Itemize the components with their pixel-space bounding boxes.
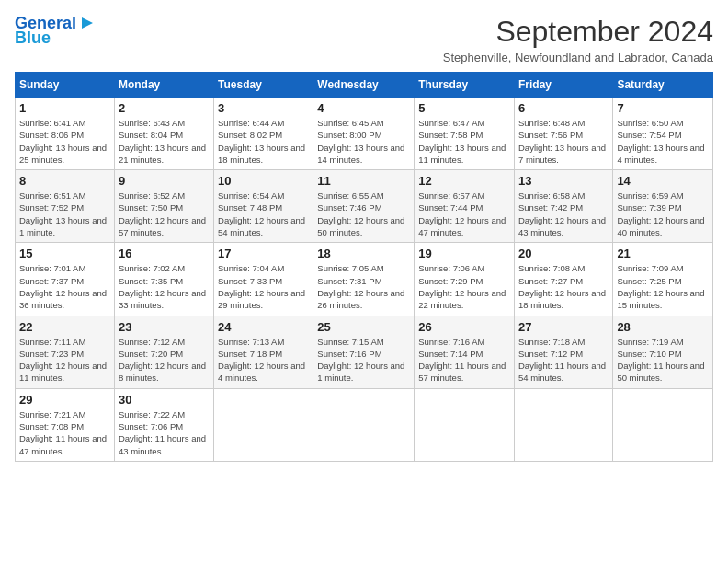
calendar-day-cell <box>613 388 713 461</box>
day-detail: Sunrise: 7:19 AM Sunset: 7:10 PM Dayligh… <box>617 336 709 385</box>
calendar-day-cell: 23 Sunrise: 7:12 AM Sunset: 7:20 PM Dayl… <box>114 316 213 388</box>
day-detail: Sunrise: 7:06 AM Sunset: 7:29 PM Dayligh… <box>418 262 510 311</box>
day-number: 28 <box>617 320 709 334</box>
calendar-day-cell <box>514 388 612 461</box>
day-number: 17 <box>218 247 309 260</box>
calendar-day-cell: 9 Sunrise: 6:52 AM Sunset: 7:50 PM Dayli… <box>114 170 213 243</box>
calendar-week-row: 29 Sunrise: 7:21 AM Sunset: 7:08 PM Dayl… <box>16 388 713 461</box>
day-number: 29 <box>19 393 110 407</box>
month-title: September 2024 <box>443 15 713 49</box>
day-detail: Sunrise: 6:43 AM Sunset: 8:04 PM Dayligh… <box>119 117 210 166</box>
calendar-day-cell: 4 Sunrise: 6:45 AM Sunset: 8:00 PM Dayli… <box>313 98 415 170</box>
calendar-day-cell: 5 Sunrise: 6:47 AM Sunset: 7:58 PM Dayli… <box>415 98 515 170</box>
day-detail: Sunrise: 7:08 AM Sunset: 7:27 PM Dayligh… <box>518 262 609 311</box>
calendar-day-cell: 14 Sunrise: 6:59 AM Sunset: 7:39 PM Dayl… <box>613 170 713 243</box>
calendar-day-cell: 22 Sunrise: 7:11 AM Sunset: 7:23 PM Dayl… <box>16 316 115 388</box>
calendar-week-row: 22 Sunrise: 7:11 AM Sunset: 7:23 PM Dayl… <box>16 316 713 388</box>
day-number: 18 <box>317 247 410 260</box>
weekday-header: Monday <box>114 73 213 98</box>
calendar-day-cell: 1 Sunrise: 6:41 AM Sunset: 8:06 PM Dayli… <box>16 98 115 170</box>
title-block: September 2024 Stephenville, Newfoundlan… <box>443 15 713 64</box>
location-subtitle: Stephenville, Newfoundland and Labrador,… <box>443 51 713 64</box>
day-number: 14 <box>617 174 709 188</box>
day-number: 24 <box>218 320 309 334</box>
calendar-day-cell: 21 Sunrise: 7:09 AM Sunset: 7:25 PM Dayl… <box>613 243 713 316</box>
day-detail: Sunrise: 7:05 AM Sunset: 7:31 PM Dayligh… <box>317 262 410 311</box>
day-detail: Sunrise: 6:54 AM Sunset: 7:48 PM Dayligh… <box>218 190 309 238</box>
logo-text-blue: Blue <box>15 29 51 48</box>
day-detail: Sunrise: 7:15 AM Sunset: 7:16 PM Dayligh… <box>317 336 410 385</box>
day-detail: Sunrise: 7:22 AM Sunset: 7:06 PM Dayligh… <box>119 408 210 457</box>
day-number: 13 <box>518 174 609 188</box>
calendar-day-cell: 27 Sunrise: 7:18 AM Sunset: 7:12 PM Dayl… <box>514 316 612 388</box>
weekday-header: Sunday <box>16 73 115 98</box>
calendar-day-cell <box>313 388 415 461</box>
day-number: 21 <box>617 247 709 260</box>
weekday-header: Tuesday <box>214 73 313 98</box>
day-number: 25 <box>317 320 410 334</box>
day-detail: Sunrise: 6:48 AM Sunset: 7:56 PM Dayligh… <box>518 117 609 166</box>
day-detail: Sunrise: 6:50 AM Sunset: 7:54 PM Dayligh… <box>617 117 709 166</box>
day-detail: Sunrise: 7:12 AM Sunset: 7:20 PM Dayligh… <box>119 336 210 385</box>
calendar-day-cell: 15 Sunrise: 7:01 AM Sunset: 7:37 PM Dayl… <box>16 243 115 316</box>
day-number: 22 <box>19 320 110 334</box>
calendar-week-row: 15 Sunrise: 7:01 AM Sunset: 7:37 PM Dayl… <box>16 243 713 316</box>
day-detail: Sunrise: 7:01 AM Sunset: 7:37 PM Dayligh… <box>19 262 110 311</box>
calendar-day-cell: 28 Sunrise: 7:19 AM Sunset: 7:10 PM Dayl… <box>613 316 713 388</box>
calendar-day-cell <box>214 388 313 461</box>
day-number: 7 <box>617 101 709 115</box>
calendar-day-cell: 20 Sunrise: 7:08 AM Sunset: 7:27 PM Dayl… <box>514 243 612 316</box>
day-number: 27 <box>518 320 609 334</box>
day-detail: Sunrise: 6:45 AM Sunset: 8:00 PM Dayligh… <box>317 117 410 166</box>
weekday-header: Friday <box>514 73 612 98</box>
svg-marker-0 <box>82 17 93 29</box>
day-number: 20 <box>518 247 609 260</box>
page-header: General Blue September 2024 Stephenville… <box>15 15 713 64</box>
day-detail: Sunrise: 7:11 AM Sunset: 7:23 PM Dayligh… <box>19 336 110 385</box>
calendar-week-row: 1 Sunrise: 6:41 AM Sunset: 8:06 PM Dayli… <box>16 98 713 170</box>
day-detail: Sunrise: 6:57 AM Sunset: 7:44 PM Dayligh… <box>418 190 510 238</box>
day-number: 19 <box>418 247 510 260</box>
day-detail: Sunrise: 6:47 AM Sunset: 7:58 PM Dayligh… <box>418 117 510 166</box>
day-detail: Sunrise: 6:58 AM Sunset: 7:42 PM Dayligh… <box>518 190 609 238</box>
day-number: 26 <box>418 320 510 334</box>
calendar-day-cell: 10 Sunrise: 6:54 AM Sunset: 7:48 PM Dayl… <box>214 170 313 243</box>
calendar-day-cell: 17 Sunrise: 7:04 AM Sunset: 7:33 PM Dayl… <box>214 243 313 316</box>
day-detail: Sunrise: 7:16 AM Sunset: 7:14 PM Dayligh… <box>418 336 510 385</box>
day-number: 5 <box>418 101 510 115</box>
weekday-header: Wednesday <box>313 73 415 98</box>
weekday-header-row: SundayMondayTuesdayWednesdayThursdayFrid… <box>16 73 713 98</box>
day-number: 23 <box>119 320 210 334</box>
calendar-day-cell: 12 Sunrise: 6:57 AM Sunset: 7:44 PM Dayl… <box>415 170 515 243</box>
logo-arrow-icon <box>78 14 97 32</box>
calendar-day-cell: 25 Sunrise: 7:15 AM Sunset: 7:16 PM Dayl… <box>313 316 415 388</box>
calendar-day-cell: 13 Sunrise: 6:58 AM Sunset: 7:42 PM Dayl… <box>514 170 612 243</box>
day-detail: Sunrise: 6:51 AM Sunset: 7:52 PM Dayligh… <box>19 190 110 238</box>
day-number: 4 <box>317 101 410 115</box>
day-detail: Sunrise: 7:18 AM Sunset: 7:12 PM Dayligh… <box>518 336 609 385</box>
day-detail: Sunrise: 6:44 AM Sunset: 8:02 PM Dayligh… <box>218 117 309 166</box>
day-number: 3 <box>218 101 309 115</box>
calendar-day-cell: 18 Sunrise: 7:05 AM Sunset: 7:31 PM Dayl… <box>313 243 415 316</box>
calendar-day-cell: 26 Sunrise: 7:16 AM Sunset: 7:14 PM Dayl… <box>415 316 515 388</box>
calendar-day-cell: 7 Sunrise: 6:50 AM Sunset: 7:54 PM Dayli… <box>613 98 713 170</box>
day-number: 8 <box>19 174 110 188</box>
day-number: 15 <box>19 247 110 260</box>
calendar-day-cell: 2 Sunrise: 6:43 AM Sunset: 8:04 PM Dayli… <box>114 98 213 170</box>
calendar-day-cell <box>415 388 515 461</box>
day-detail: Sunrise: 7:04 AM Sunset: 7:33 PM Dayligh… <box>218 262 309 311</box>
day-number: 1 <box>19 101 110 115</box>
calendar-day-cell: 8 Sunrise: 6:51 AM Sunset: 7:52 PM Dayli… <box>16 170 115 243</box>
day-detail: Sunrise: 7:21 AM Sunset: 7:08 PM Dayligh… <box>19 408 110 457</box>
day-number: 10 <box>218 174 309 188</box>
weekday-header: Saturday <box>613 73 713 98</box>
calendar-day-cell: 30 Sunrise: 7:22 AM Sunset: 7:06 PM Dayl… <box>114 388 213 461</box>
calendar-week-row: 8 Sunrise: 6:51 AM Sunset: 7:52 PM Dayli… <box>16 170 713 243</box>
logo: General Blue <box>15 15 97 48</box>
day-detail: Sunrise: 7:02 AM Sunset: 7:35 PM Dayligh… <box>119 262 210 311</box>
day-detail: Sunrise: 7:09 AM Sunset: 7:25 PM Dayligh… <box>617 262 709 311</box>
calendar-day-cell: 16 Sunrise: 7:02 AM Sunset: 7:35 PM Dayl… <box>114 243 213 316</box>
day-detail: Sunrise: 7:13 AM Sunset: 7:18 PM Dayligh… <box>218 336 309 385</box>
day-number: 11 <box>317 174 410 188</box>
calendar-table: SundayMondayTuesdayWednesdayThursdayFrid… <box>15 72 713 462</box>
